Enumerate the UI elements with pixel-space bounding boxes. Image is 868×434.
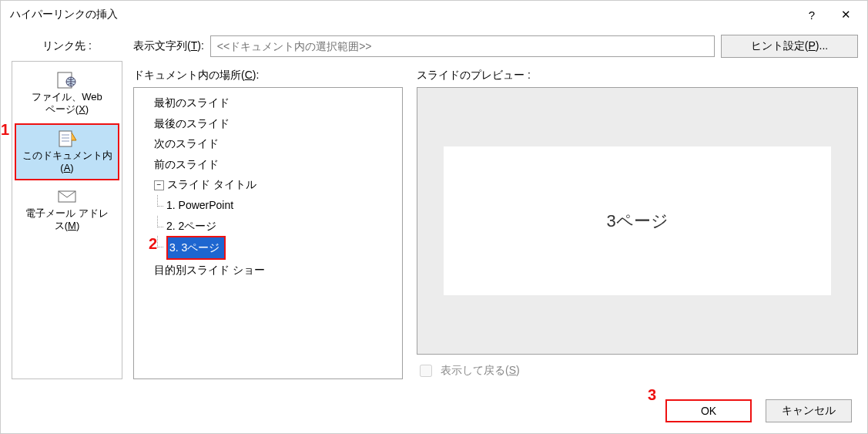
link-to-this-document-l2: (A): [60, 162, 73, 174]
link-to-panel: ファイル、Web ページ(X) このドキュメント内 (A) 電子メール アドレ …: [12, 61, 122, 379]
tree-item-last-slide[interactable]: 最後のスライド: [142, 113, 397, 134]
slide-preview-text: 3ページ: [606, 210, 668, 233]
link-to-this-document[interactable]: このドキュメント内 (A): [15, 123, 119, 181]
link-to-file-web-l2: ページ(X): [45, 103, 89, 116]
tree-item-first-slide[interactable]: 最初のスライド: [142, 93, 397, 113]
link-to-this-document-l1: このドキュメント内: [22, 150, 112, 162]
help-icon: ?: [809, 8, 815, 22]
slide-preview-content: 3ページ: [444, 146, 830, 295]
link-to-email[interactable]: 電子メール アドレ ス(M): [15, 182, 119, 238]
tree-item-prev-slide[interactable]: 前のスライド: [142, 154, 397, 175]
globe-page-icon: [56, 71, 78, 89]
dialog-body: リンク先 : ファイル、Web ページ(X) このドキュメント内 (A): [1, 29, 867, 433]
tree-item-next-slide[interactable]: 次のスライド: [142, 133, 397, 154]
titlebar: ハイパーリンクの挿入 ? ✕: [1, 1, 867, 29]
location-tree[interactable]: 最初のスライド 最後のスライド 次のスライド 前のスライド −スライド タイトル…: [133, 87, 403, 379]
link-to-email-l2: ス(M): [55, 220, 80, 232]
document-target-icon: [56, 130, 78, 148]
tree-item-slide-2[interactable]: 2. 2ページ: [154, 216, 397, 237]
dialog-footer: OK キャンセル: [665, 399, 852, 422]
main-column: 表示文字列(T): ヒント設定(P)... ドキュメント内の場所(C): 最初の…: [133, 35, 858, 379]
annotation-1: 1: [1, 121, 9, 139]
ok-button[interactable]: OK: [665, 399, 752, 422]
collapse-icon[interactable]: −: [154, 180, 164, 190]
display-text-row: 表示文字列(T): ヒント設定(P)...: [133, 35, 858, 58]
display-text-input[interactable]: [210, 35, 715, 57]
tree-item-slide-3[interactable]: 3. 3ページ: [154, 236, 397, 260]
tree-item-slide-1[interactable]: 1. PowerPoint: [154, 195, 397, 216]
show-and-return-checkbox[interactable]: [420, 365, 432, 377]
display-text-label: 表示文字列(T):: [133, 39, 204, 53]
annotation-2: 2: [149, 235, 157, 253]
preview-column: スライドのプレビュー : 3ページ 表示して戻る(S): [417, 69, 858, 379]
show-and-return-row[interactable]: 表示して戻る(S): [417, 362, 858, 379]
link-to-column: リンク先 : ファイル、Web ページ(X) このドキュメント内 (A): [10, 35, 124, 379]
link-to-file-web[interactable]: ファイル、Web ページ(X): [15, 66, 119, 122]
link-to-label: リンク先 :: [42, 39, 92, 53]
show-and-return-label: 表示して戻る(S): [441, 364, 520, 378]
close-button[interactable]: ✕: [829, 3, 863, 26]
titlebar-buttons: ? ✕: [795, 3, 863, 26]
location-label: ドキュメント内の場所(C):: [133, 69, 403, 82]
svg-rect-2: [59, 131, 72, 146]
close-icon: ✕: [841, 8, 851, 22]
mid-row: ドキュメント内の場所(C): 最初のスライド 最後のスライド 次のスライド 前の…: [133, 69, 858, 379]
preview-label: スライドのプレビュー :: [417, 69, 858, 82]
link-to-email-l1: 電子メール アドレ: [25, 207, 109, 220]
envelope-icon: [56, 187, 78, 206]
screen-tip-button[interactable]: ヒント設定(P)...: [721, 35, 858, 58]
help-button[interactable]: ?: [795, 3, 829, 26]
location-column: ドキュメント内の場所(C): 最初のスライド 最後のスライド 次のスライド 前の…: [133, 69, 403, 379]
annotation-3: 3: [648, 386, 656, 404]
insert-hyperlink-dialog: ハイパーリンクの挿入 ? ✕ リンク先 : ファイル、Web ページ(X): [0, 0, 868, 434]
tree-item-slide-titles[interactable]: −スライド タイトル 1. PowerPoint 2. 2ページ 3. 3ページ: [142, 174, 397, 259]
tree-item-custom-shows[interactable]: 目的別スライド ショー: [142, 260, 397, 281]
cancel-button[interactable]: キャンセル: [766, 399, 852, 422]
link-to-file-web-l1: ファイル、Web: [32, 91, 102, 103]
slide-preview: 3ページ: [417, 87, 858, 355]
dialog-title: ハイパーリンクの挿入: [10, 8, 118, 22]
